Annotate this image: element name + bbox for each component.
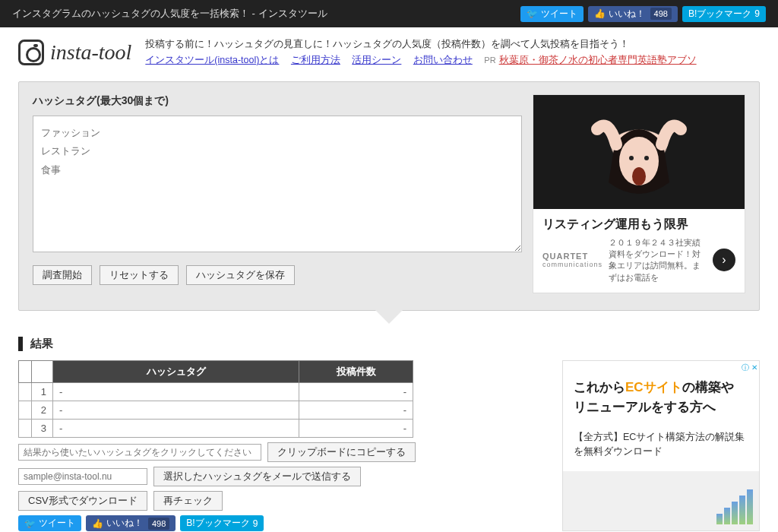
ad-sidebar-2[interactable]: ⓘ ✕ これからECサイトの構築やリニューアルをする方へ 【全方式】ECサイト構… xyxy=(562,360,760,531)
ad-image xyxy=(533,95,745,209)
selected-tags-input[interactable] xyxy=(18,444,261,461)
like-button-2[interactable]: 👍 いいね！498 xyxy=(86,515,176,531)
input-panel: ハッシュタグ(最大30個まで) 調査開始 リセットする ハッシュタグを保存 ⓘ … xyxy=(18,81,760,312)
result-controls: クリップボードにコピーする 選択したハッシュタグをメールで送信する CSV形式で… xyxy=(18,442,541,511)
bar-chart-icon xyxy=(716,489,753,524)
ad-description: ２０１９年２４３社実績資料をダウンロード！対象エリアは訪問無料。まずはお電話を xyxy=(609,237,707,284)
svg-point-4 xyxy=(632,167,646,185)
col-hashtag: ハッシュタグ xyxy=(53,361,299,383)
link-scene[interactable]: 活用シーン xyxy=(352,55,401,65)
like-button[interactable]: 👍 いいね！498 xyxy=(588,6,678,22)
intro-text: 投稿する前に！ハッシュタグの見直しに！ハッシュタグの人気度（投稿件数）を調べて人… xyxy=(145,36,760,69)
share-buttons-bottom: 🐦 ツイート 👍 いいね！498 B!ブックマーク 9 xyxy=(18,515,541,531)
ad2-headline: これからECサイトの構築やリニューアルをする方へ xyxy=(574,378,748,416)
logo[interactable]: insta-tool xyxy=(18,40,131,65)
start-button[interactable]: 調査開始 xyxy=(33,265,92,285)
instagram-icon xyxy=(18,40,44,65)
logo-text: insta-tool xyxy=(50,40,131,65)
topbar: インスタグラムのハッシュタグの人気度を一括検索！ - インスタツール 🐦 ツイー… xyxy=(0,0,778,27)
link-usage[interactable]: ご利用方法 xyxy=(291,55,340,65)
intro-line: 投稿する前に！ハッシュタグの見直しに！ハッシュタグの人気度（投稿件数）を調べて人… xyxy=(145,36,760,52)
hatena-bookmark-button[interactable]: B!ブックマーク 9 xyxy=(682,6,766,22)
ad-badge-icon-2[interactable]: ⓘ ✕ xyxy=(742,363,757,373)
pr-tag: PR xyxy=(484,55,495,65)
link-pr[interactable]: 秋葉原・御茶ノ水の初心者専門英語塾アブソ xyxy=(499,55,697,65)
share-buttons-top: 🐦 ツイート 👍 いいね！498 B!ブックマーク 9 xyxy=(520,6,766,22)
arrow-right-icon[interactable]: › xyxy=(713,249,735,271)
results-table: ハッシュタグ 投稿件数 1-- 2-- 3-- xyxy=(18,360,413,438)
ad-title: リスティング運用もう限界 xyxy=(533,209,745,237)
results-heading: 結果 xyxy=(18,337,760,351)
link-about[interactable]: インスタツール(insta-tool)とは xyxy=(145,55,279,65)
save-button[interactable]: ハッシュタグを保存 xyxy=(186,265,295,285)
hashtag-textarea[interactable] xyxy=(33,116,522,252)
csv-button[interactable]: CSV形式でダウンロード xyxy=(18,491,147,511)
mail-button[interactable]: 選択したハッシュタグをメールで送信する xyxy=(153,467,361,486)
svg-point-3 xyxy=(644,156,649,160)
recheck-button[interactable]: 再チェック xyxy=(153,491,223,511)
button-row: 調査開始 リセットする ハッシュタグを保存 xyxy=(33,265,522,285)
ad-illustration xyxy=(571,106,707,209)
table-row[interactable]: 1-- xyxy=(19,383,413,401)
ad2-subtext: 【全方式】ECサイト構築方法の解説集を無料ダウンロード xyxy=(574,430,748,459)
table-header-row: ハッシュタグ 投稿件数 xyxy=(19,361,413,383)
nav-links: インスタツール(insta-tool)とは ご利用方法 活用シーン お問い合わせ… xyxy=(145,52,760,68)
hatena-bookmark-button-2[interactable]: B!ブックマーク 9 xyxy=(180,515,264,531)
reset-button[interactable]: リセットする xyxy=(100,265,179,285)
svg-point-2 xyxy=(629,156,634,160)
email-input[interactable] xyxy=(18,468,147,485)
table-row[interactable]: 2-- xyxy=(19,401,413,420)
page-title: インスタグラムのハッシュタグの人気度を一括検索！ - インスタツール xyxy=(12,7,520,21)
ad-brand: QUARTET communications xyxy=(542,252,602,268)
tweet-button-2[interactable]: 🐦 ツイート xyxy=(18,515,81,531)
link-contact[interactable]: お問い合わせ xyxy=(413,55,473,65)
copy-button[interactable]: クリップボードにコピーする xyxy=(267,442,416,462)
table-row[interactable]: 3-- xyxy=(19,420,413,438)
hashtag-label: ハッシュタグ(最大30個まで) xyxy=(33,94,522,108)
header: insta-tool 投稿する前に！ハッシュタグの見直しに！ハッシュタグの人気度… xyxy=(0,27,778,75)
results-section: 結果 ハッシュタグ 投稿件数 1-- 2-- 3-- クリップボードにコピーする xyxy=(0,311,778,532)
ad-sidebar-1[interactable]: ⓘ ✕ リスティング運用もう限界 QUARTET communications xyxy=(533,94,745,294)
tweet-button[interactable]: 🐦 ツイート xyxy=(520,6,584,22)
col-count: 投稿件数 xyxy=(299,361,413,383)
